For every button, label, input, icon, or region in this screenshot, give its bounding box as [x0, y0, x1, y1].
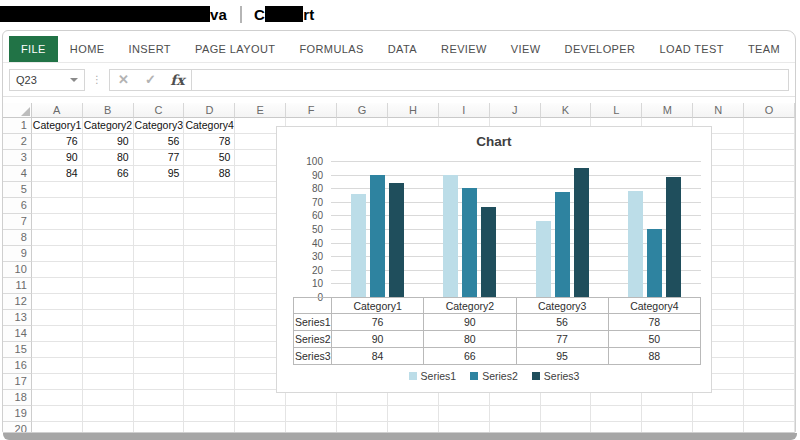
cell-A14[interactable]	[32, 326, 83, 342]
cell-O5[interactable]	[744, 182, 795, 198]
cell-B1[interactable]: Category2	[83, 118, 134, 134]
cell-C10[interactable]	[134, 262, 185, 278]
column-header-J[interactable]: J	[490, 103, 541, 118]
cell-A8[interactable]	[32, 230, 83, 246]
row-header-13[interactable]: 13	[3, 310, 32, 326]
cell-D12[interactable]	[184, 294, 235, 310]
column-header-F[interactable]: F	[286, 103, 337, 118]
cell-C14[interactable]	[134, 326, 185, 342]
column-header-M[interactable]: M	[642, 103, 693, 118]
cell-L19[interactable]	[591, 406, 642, 422]
cell-O16[interactable]	[744, 358, 795, 374]
cell-I19[interactable]	[439, 406, 490, 422]
cell-C9[interactable]	[134, 246, 185, 262]
cell-C15[interactable]	[134, 342, 185, 358]
cell-A7[interactable]	[32, 214, 83, 230]
cell-E19[interactable]	[235, 406, 286, 422]
bar-series3-category2[interactable]	[481, 207, 496, 297]
cell-O6[interactable]	[744, 198, 795, 214]
column-header-G[interactable]: G	[337, 103, 388, 118]
cell-F20[interactable]	[286, 422, 337, 432]
cell-D3[interactable]: 50	[184, 150, 235, 166]
formula-input[interactable]	[192, 69, 789, 91]
cell-E20[interactable]	[235, 422, 286, 432]
cell-C17[interactable]	[134, 374, 185, 390]
cell-I20[interactable]	[439, 422, 490, 432]
tab-file[interactable]: FILE	[9, 36, 58, 62]
cell-B17[interactable]	[83, 374, 134, 390]
select-all-corner[interactable]	[3, 103, 32, 118]
cell-D11[interactable]	[184, 278, 235, 294]
cell-O9[interactable]	[744, 246, 795, 262]
tab-load-test[interactable]: LOAD TEST	[647, 36, 736, 62]
row-header-2[interactable]: 2	[3, 134, 32, 150]
cell-B16[interactable]	[83, 358, 134, 374]
cell-B15[interactable]	[83, 342, 134, 358]
name-box[interactable]: Q23	[9, 69, 85, 91]
cell-B6[interactable]	[83, 198, 134, 214]
cell-O12[interactable]	[744, 294, 795, 310]
row-header-20[interactable]: 20	[3, 422, 32, 432]
row-header-3[interactable]: 3	[3, 150, 32, 166]
bar-series2-category1[interactable]	[370, 175, 385, 297]
cell-C6[interactable]	[134, 198, 185, 214]
cell-B19[interactable]	[83, 406, 134, 422]
row-header-15[interactable]: 15	[3, 342, 32, 358]
column-header-N[interactable]: N	[693, 103, 744, 118]
cell-B13[interactable]	[83, 310, 134, 326]
cell-F19[interactable]	[286, 406, 337, 422]
column-header-K[interactable]: K	[541, 103, 592, 118]
bar-series2-category2[interactable]	[462, 188, 477, 297]
column-header-A[interactable]: A	[32, 103, 83, 118]
cell-M20[interactable]	[642, 422, 693, 432]
column-header-O[interactable]: O	[744, 103, 795, 118]
row-header-10[interactable]: 10	[3, 262, 32, 278]
bar-series1-category1[interactable]	[351, 194, 366, 297]
cell-C2[interactable]: 56	[134, 134, 185, 150]
cell-D8[interactable]	[184, 230, 235, 246]
cell-C13[interactable]	[134, 310, 185, 326]
cell-D18[interactable]	[184, 390, 235, 406]
cell-C1[interactable]: Category3	[134, 118, 185, 134]
bar-series1-category4[interactable]	[628, 191, 643, 297]
cell-A5[interactable]	[32, 182, 83, 198]
cell-A20[interactable]	[32, 422, 83, 432]
cell-B2[interactable]: 90	[83, 134, 134, 150]
cell-B12[interactable]	[83, 294, 134, 310]
cell-J19[interactable]	[490, 406, 541, 422]
tab-formulas[interactable]: FORMULAS	[287, 36, 375, 62]
cell-B14[interactable]	[83, 326, 134, 342]
row-header-16[interactable]: 16	[3, 358, 32, 374]
cell-D9[interactable]	[184, 246, 235, 262]
chart-data-table[interactable]: Category1Category2Category3Category4Seri…	[293, 297, 701, 365]
row-header-17[interactable]: 17	[3, 374, 32, 390]
cell-C8[interactable]	[134, 230, 185, 246]
cell-D2[interactable]: 78	[184, 134, 235, 150]
cell-D15[interactable]	[184, 342, 235, 358]
cell-A12[interactable]	[32, 294, 83, 310]
enter-icon[interactable]: ✓	[137, 72, 164, 87]
column-header-I[interactable]: I	[439, 103, 490, 118]
row-header-1[interactable]: 1	[3, 118, 32, 134]
chart[interactable]: Chart 1009080706050403020100 Category1Ca…	[276, 126, 712, 393]
cell-D19[interactable]	[184, 406, 235, 422]
tab-view[interactable]: VIEW	[499, 36, 553, 62]
cell-O8[interactable]	[744, 230, 795, 246]
cell-A4[interactable]: 84	[32, 166, 83, 182]
cell-O19[interactable]	[744, 406, 795, 422]
cell-C4[interactable]: 95	[134, 166, 185, 182]
bar-series3-category4[interactable]	[666, 177, 681, 297]
cell-N19[interactable]	[693, 406, 744, 422]
cell-C20[interactable]	[134, 422, 185, 432]
cell-A18[interactable]	[32, 390, 83, 406]
row-header-6[interactable]: 6	[3, 198, 32, 214]
cell-O13[interactable]	[744, 310, 795, 326]
cell-B9[interactable]	[83, 246, 134, 262]
legend-item-series1[interactable]: Series1	[409, 370, 457, 382]
cell-O14[interactable]	[744, 326, 795, 342]
row-header-12[interactable]: 12	[3, 294, 32, 310]
cell-A11[interactable]	[32, 278, 83, 294]
cell-C7[interactable]	[134, 214, 185, 230]
bar-series1-category3[interactable]	[536, 221, 551, 297]
cell-C5[interactable]	[134, 182, 185, 198]
